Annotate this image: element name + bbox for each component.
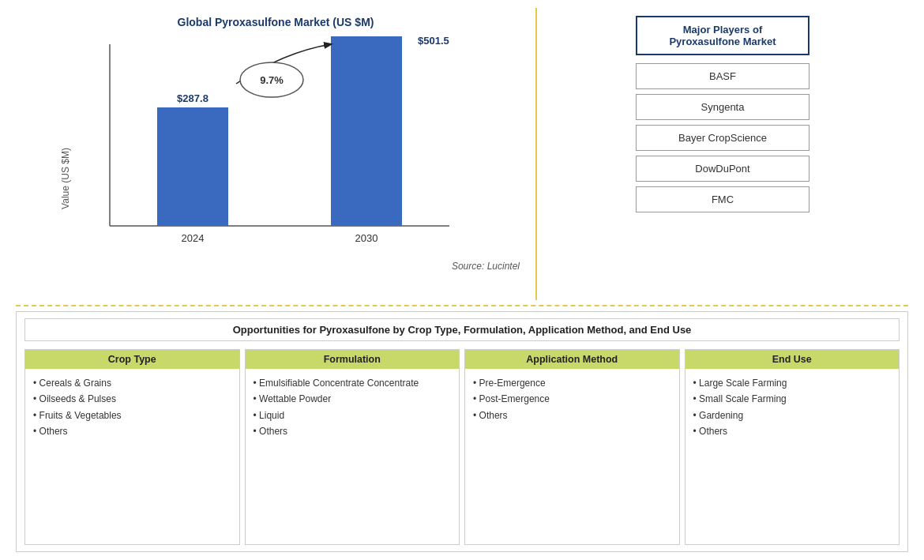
list-item: Gardening	[693, 408, 892, 423]
player-dowdupont: DowDuPont	[636, 156, 809, 182]
list-item: Fruits & Vegetables	[33, 408, 231, 423]
crop-type-header: Crop Type	[25, 350, 239, 369]
top-section: Global Pyroxasulfone Market (US $M) Valu…	[16, 8, 908, 300]
chart-area: Global Pyroxasulfone Market (US $M) Valu…	[16, 8, 537, 300]
end-use-header: End Use	[685, 350, 900, 369]
crop-type-content: Cereals & Grains Oilseeds & Pulses Fruit…	[25, 369, 239, 446]
list-item: Others	[33, 423, 231, 439]
list-item: Liquid	[254, 408, 452, 423]
list-item: Wettable Powder	[254, 391, 452, 407]
svg-text:9.7%: 9.7%	[260, 74, 284, 86]
list-item: Others	[473, 408, 671, 423]
list-item: Others	[254, 423, 452, 439]
list-item: Emulsifiable Concentrate Concentrate	[254, 375, 452, 391]
svg-text:2024: 2024	[182, 232, 205, 244]
formulation-header: Formulation	[246, 350, 460, 369]
end-use-content: Large Scale Farming Small Scale Farming …	[685, 369, 900, 446]
player-basf: BASF	[636, 63, 809, 89]
list-item: Post-Emergence	[473, 391, 671, 407]
svg-text:Value (US $M): Value (US $M)	[60, 148, 71, 209]
application-method-content: Pre-Emergence Post-Emergence Others	[465, 369, 679, 430]
list-item: Small Scale Farming	[693, 391, 892, 407]
player-bayer: Bayer CropScience	[636, 125, 809, 151]
list-item: Pre-Emergence	[473, 375, 671, 391]
svg-text:$501.5: $501.5	[418, 36, 449, 47]
svg-text:$287.8: $287.8	[177, 92, 208, 104]
column-end-use: End Use Large Scale Farming Small Scale …	[685, 349, 900, 545]
player-syngenta: Syngenta	[636, 94, 809, 120]
column-crop-type: Crop Type Cereals & Grains Oilseeds & Pu…	[24, 349, 240, 545]
bottom-title: Opportunities for Pyroxasulfone by Crop …	[24, 318, 900, 341]
column-application-method: Application Method Pre-Emergence Post-Em…	[464, 349, 680, 545]
section-divider	[16, 305, 908, 306]
list-item: Cereals & Grains	[33, 375, 231, 391]
list-item: Large Scale Farming	[693, 375, 892, 391]
list-item: Oilseeds & Pulses	[33, 391, 231, 407]
column-formulation: Formulation Emulsifiable Concentrate Con…	[245, 349, 460, 545]
player-fmc: FMC	[636, 186, 809, 212]
application-method-header: Application Method	[465, 350, 679, 369]
svg-rect-3	[157, 107, 228, 226]
formulation-content: Emulsifiable Concentrate Concentrate Wet…	[246, 369, 460, 446]
right-panel: Major Players of Pyroxasulfone Market BA…	[537, 8, 908, 300]
page-wrapper: Global Pyroxasulfone Market (US $M) Valu…	[0, 0, 924, 560]
bar-chart: Value (US $M) $287.8 2024 $501.5 9.7%	[24, 36, 528, 257]
bottom-section: Opportunities for Pyroxasulfone by Crop …	[16, 311, 908, 552]
major-players-title: Major Players of Pyroxasulfone Market	[636, 16, 809, 55]
columns-row: Crop Type Cereals & Grains Oilseeds & Pu…	[24, 349, 900, 545]
list-item: Others	[693, 423, 892, 439]
chart-title: Global Pyroxasulfone Market (US $M)	[178, 16, 374, 28]
svg-rect-6	[331, 36, 402, 226]
svg-text:2030: 2030	[355, 232, 378, 244]
source-text: Source: Lucintel	[452, 261, 520, 272]
chart-container: Value (US $M) $287.8 2024 $501.5 9.7%	[24, 36, 528, 257]
